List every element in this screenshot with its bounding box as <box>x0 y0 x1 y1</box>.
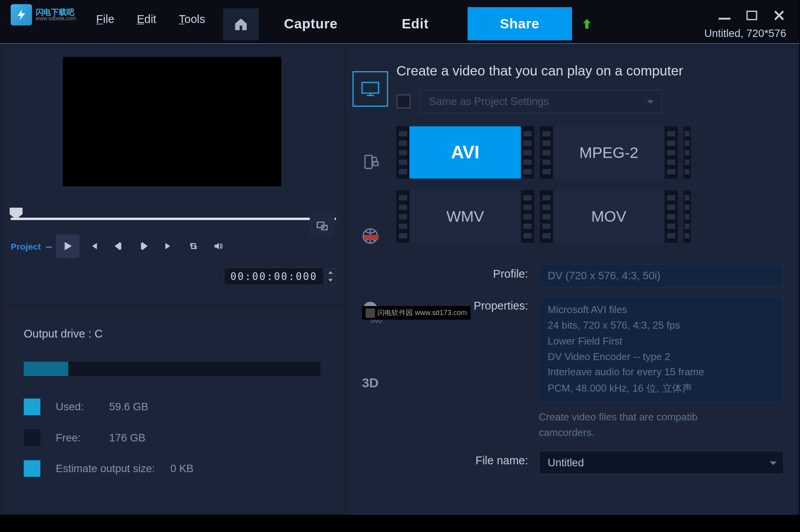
svg-rect-0 <box>317 222 324 228</box>
profile-combo[interactable]: DV (720 x 576, 4:3, 50i) <box>539 264 784 288</box>
watermark: 闪电软件园 www.sd173.com <box>362 306 470 320</box>
timecode-display[interactable]: 00:00:00:000 <box>224 268 324 285</box>
chevron-down-icon <box>646 95 654 108</box>
project-label: Project <box>11 241 41 251</box>
menu-tools[interactable]: Tools <box>179 13 205 26</box>
volume-button[interactable] <box>208 234 229 258</box>
used-swatch <box>24 399 40 415</box>
estimate-value: 0 KB <box>170 462 194 475</box>
step-forward-button[interactable] <box>133 234 154 258</box>
app-logo: 闪电下载吧www.sdbeta.com <box>0 0 96 30</box>
seek-bar[interactable] <box>11 208 336 220</box>
timecode-down[interactable] <box>325 276 336 284</box>
target-device[interactable] <box>353 145 388 180</box>
svg-point-4 <box>372 157 377 162</box>
format-avi[interactable]: AVI <box>396 126 534 178</box>
project-info: Untitled, 720*576 <box>704 27 786 40</box>
preview-pane: Project – 00:00:00:000 <box>4 47 343 304</box>
tab-share[interactable]: Share <box>467 7 572 40</box>
repeat-button[interactable] <box>183 234 204 258</box>
profile-label: Profile: <box>396 264 528 288</box>
target-computer[interactable] <box>353 71 388 107</box>
tab-capture[interactable]: Capture <box>259 7 363 40</box>
estimate-swatch <box>24 460 40 477</box>
drive-pane: Output drive : C Used: 59.6 GB Free: 176… <box>4 307 343 511</box>
same-as-project-combo: Same as Project Settings <box>420 89 662 113</box>
share-heading: Create a video that you can play on a co… <box>396 63 784 79</box>
timecode-up[interactable] <box>325 269 336 276</box>
format-grid: AVI MPEG-2 WMV <box>396 126 784 243</box>
close-button[interactable] <box>772 8 786 23</box>
filename-label: File name: <box>396 451 528 474</box>
target-web[interactable] <box>353 218 388 254</box>
used-label: Used: <box>56 401 94 413</box>
menu-edit[interactable]: Edit <box>137 13 156 26</box>
minimize-button[interactable] <box>718 8 732 23</box>
same-as-project-checkbox[interactable] <box>396 94 411 108</box>
svg-rect-3 <box>365 156 372 169</box>
estimate-label: Estimate output size: <box>56 462 155 475</box>
maximize-button[interactable] <box>745 8 759 23</box>
play-button[interactable] <box>56 234 79 258</box>
chevron-down-icon[interactable] <box>769 457 777 469</box>
goto-end-button[interactable] <box>158 234 179 258</box>
free-value: 176 GB <box>109 431 146 444</box>
enlarge-button[interactable] <box>310 214 335 238</box>
title-bar: 闪电下载吧www.sdbeta.com File Edit Tools Capt… <box>0 0 799 44</box>
properties-box: Microsoft AVI files24 bits, 720 x 576, 4… <box>539 296 784 403</box>
free-swatch <box>24 429 40 446</box>
output-drive-label: Output drive : C <box>24 327 323 341</box>
tab-upload[interactable] <box>572 7 602 40</box>
free-label: Free: <box>56 431 94 444</box>
video-preview <box>63 57 281 186</box>
properties-hint: Create video files that are compatib cam… <box>539 410 753 440</box>
svg-rect-2 <box>362 82 379 93</box>
share-target-sidebar: DVD 3D <box>347 47 394 515</box>
tab-home[interactable] <box>223 7 259 40</box>
drive-usage-bar <box>24 362 321 376</box>
format-mov[interactable]: MOV <box>540 191 678 243</box>
filename-combo[interactable]: Untitled <box>539 451 784 474</box>
format-mpeg2[interactable]: MPEG-2 <box>540 126 678 178</box>
tab-edit[interactable]: Edit <box>363 7 467 40</box>
step-back-button[interactable] <box>108 234 130 258</box>
menu-file[interactable]: File <box>96 13 114 26</box>
drive-usage-fill <box>24 362 68 376</box>
web-badge <box>364 235 379 240</box>
used-value: 59.6 GB <box>109 401 149 413</box>
format-wmv[interactable]: WMV <box>396 191 534 243</box>
project-minus: – <box>46 239 52 253</box>
svg-rect-5 <box>373 162 378 165</box>
goto-start-button[interactable] <box>83 234 104 258</box>
target-3d[interactable]: 3D <box>353 365 388 401</box>
